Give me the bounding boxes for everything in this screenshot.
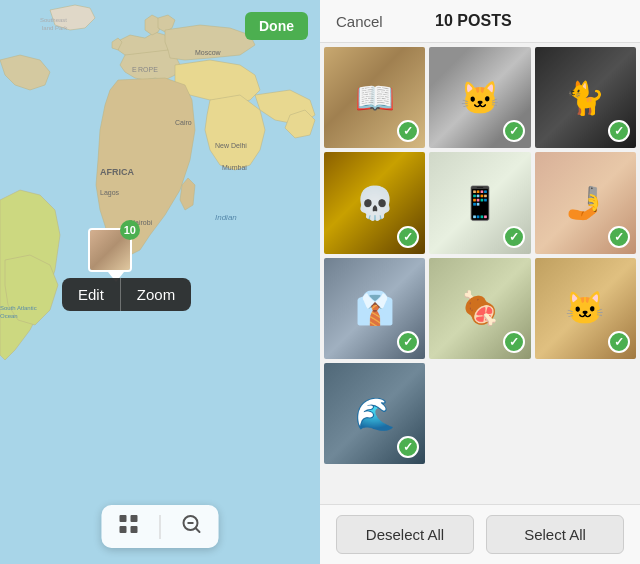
photo-item[interactable]: 🤳 [535, 152, 636, 253]
svg-text:Ocean: Ocean [0, 313, 18, 319]
svg-text:Mumbai: Mumbai [222, 164, 247, 171]
svg-line-21 [196, 528, 200, 532]
toolbar-divider [160, 515, 161, 539]
photo-item[interactable]: 📱 [429, 152, 530, 253]
photo-item[interactable]: 🌊 [324, 363, 425, 464]
photo-item[interactable]: 👔 [324, 258, 425, 359]
check-badge [503, 120, 525, 142]
photos-grid: 📖 🐱 🐈 💀 📱 🤳 👔 🍖 [320, 43, 640, 504]
svg-rect-17 [120, 526, 127, 533]
svg-text:South Atlantic: South Atlantic [0, 305, 37, 311]
svg-text:New Delhi: New Delhi [215, 142, 247, 149]
check-badge [608, 226, 630, 248]
photo-item[interactable]: 🐱 [429, 47, 530, 148]
check-badge [608, 331, 630, 353]
svg-text:Indian: Indian [215, 213, 237, 222]
map-panel: E ROPE Moscow Cairo New Delhi Mumbai AFR… [0, 0, 320, 564]
map-cluster[interactable]: 10 [88, 228, 132, 282]
photo-item[interactable]: 🐱 [535, 258, 636, 359]
context-menu: Edit Zoom [62, 278, 191, 311]
check-badge [397, 226, 419, 248]
svg-text:ROPE: ROPE [138, 66, 158, 73]
svg-rect-18 [131, 526, 138, 533]
edit-menu-item[interactable]: Edit [62, 278, 120, 311]
photo-item[interactable]: 📖 [324, 47, 425, 148]
photos-footer: Deselect All Select All [320, 504, 640, 564]
photo-item[interactable]: 💀 [324, 152, 425, 253]
zoom-out-icon[interactable] [181, 513, 203, 540]
photos-header: Cancel 10 POSTS [320, 0, 640, 43]
svg-text:E: E [132, 66, 137, 73]
map-toolbar [102, 505, 219, 548]
photos-panel: Cancel 10 POSTS 📖 🐱 🐈 💀 📱 🤳 [320, 0, 640, 564]
svg-rect-15 [120, 515, 127, 522]
check-badge [503, 226, 525, 248]
svg-text:AFRICA: AFRICA [100, 167, 134, 177]
posts-title: 10 POSTS [435, 12, 511, 30]
svg-text:Moscow: Moscow [195, 49, 222, 56]
check-badge [503, 331, 525, 353]
cluster-badge: 10 [120, 220, 140, 240]
cluster-pin[interactable]: 10 [88, 228, 132, 282]
svg-text:Southeast: Southeast [40, 17, 67, 23]
svg-text:Lagos: Lagos [100, 189, 120, 197]
grid-icon[interactable] [118, 513, 140, 540]
photo-item[interactable]: 🐈 [535, 47, 636, 148]
svg-text:Cairo: Cairo [175, 119, 192, 126]
done-button[interactable]: Done [245, 12, 308, 40]
photo-item[interactable]: 🍖 [429, 258, 530, 359]
zoom-menu-item[interactable]: Zoom [121, 278, 191, 311]
svg-text:land Park: land Park [42, 25, 68, 31]
select-all-button[interactable]: Select All [486, 515, 624, 554]
cancel-button[interactable]: Cancel [336, 13, 383, 30]
svg-rect-16 [131, 515, 138, 522]
deselect-all-button[interactable]: Deselect All [336, 515, 474, 554]
